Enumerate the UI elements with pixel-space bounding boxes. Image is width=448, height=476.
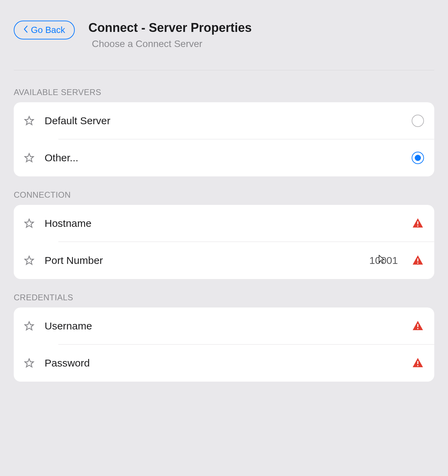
- card-connection: Hostname Port Number 10001: [14, 205, 434, 279]
- row-port-number[interactable]: Port Number 10001: [14, 242, 434, 279]
- row-other-server[interactable]: Other...: [14, 139, 434, 176]
- card-available-servers: Default Server Other...: [14, 102, 434, 176]
- row-hostname[interactable]: Hostname: [14, 205, 434, 242]
- row-label-other-server: Other...: [45, 152, 412, 164]
- warning-icon: [412, 320, 424, 332]
- star-icon[interactable]: [24, 116, 34, 126]
- title-block: Connect - Server Properties Choose a Con…: [89, 21, 252, 49]
- star-icon[interactable]: [24, 255, 34, 266]
- go-back-label: Go Back: [31, 25, 65, 35]
- radio-default-server[interactable]: [412, 115, 424, 127]
- row-label-default-server: Default Server: [45, 115, 412, 127]
- svg-marker-5: [25, 256, 34, 265]
- header-divider: [14, 70, 434, 70]
- row-label-port-number: Port Number: [45, 255, 369, 266]
- header: Go Back Connect - Server Properties Choo…: [14, 0, 434, 70]
- svg-marker-8: [25, 322, 34, 330]
- svg-rect-3: [417, 221, 418, 224]
- row-label-password: Password: [45, 357, 398, 369]
- card-credentials: Username Password: [14, 307, 434, 382]
- section-available-servers: AVAILABLE SERVERS Default Server Other..…: [14, 88, 434, 176]
- row-label-username: Username: [45, 320, 398, 332]
- star-icon[interactable]: [24, 321, 34, 331]
- radio-other-server[interactable]: [412, 152, 424, 164]
- section-credentials: CREDENTIALS Username Password: [14, 293, 434, 382]
- star-icon[interactable]: [24, 153, 34, 163]
- svg-marker-11: [25, 359, 34, 367]
- warning-icon: [412, 217, 424, 230]
- row-username[interactable]: Username: [14, 307, 434, 345]
- section-title-available-servers: AVAILABLE SERVERS: [14, 88, 434, 97]
- section-connection: CONNECTION Hostname Port Number 10001: [14, 190, 434, 279]
- svg-rect-4: [417, 225, 418, 227]
- row-password[interactable]: Password: [14, 345, 434, 382]
- row-label-hostname: Hostname: [45, 218, 398, 229]
- svg-marker-1: [25, 154, 34, 162]
- svg-rect-10: [417, 328, 418, 329]
- row-value-port-number: 10001: [369, 255, 398, 266]
- section-title-connection: CONNECTION: [14, 190, 434, 200]
- go-back-button[interactable]: Go Back: [14, 21, 75, 39]
- chevron-left-icon: [23, 25, 28, 35]
- star-icon[interactable]: [24, 218, 34, 229]
- svg-marker-0: [25, 117, 34, 125]
- warning-icon: [412, 357, 424, 369]
- page-title: Connect - Server Properties: [89, 21, 252, 35]
- svg-rect-12: [417, 361, 418, 364]
- svg-rect-9: [417, 324, 418, 327]
- svg-rect-7: [417, 263, 418, 264]
- svg-marker-2: [25, 219, 34, 228]
- warning-icon: [412, 254, 424, 267]
- section-title-credentials: CREDENTIALS: [14, 293, 434, 302]
- svg-rect-13: [417, 365, 418, 366]
- star-icon[interactable]: [24, 358, 34, 368]
- page-subtitle: Choose a Connect Server: [89, 38, 252, 49]
- row-default-server[interactable]: Default Server: [14, 102, 434, 139]
- svg-rect-6: [417, 258, 418, 262]
